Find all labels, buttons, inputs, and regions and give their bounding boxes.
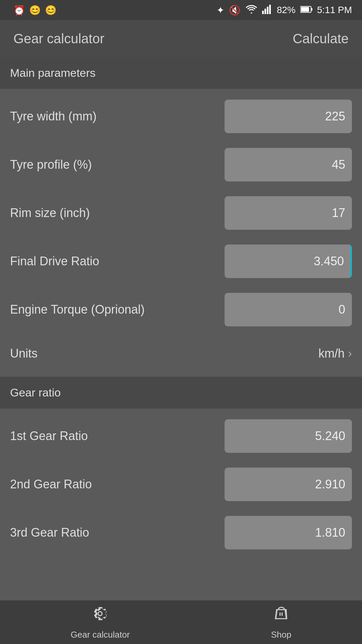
tyre-width-label: Tyre width (mm): [10, 109, 225, 123]
units-selector[interactable]: km/h ›: [318, 346, 352, 361]
time-display: 5:11 PM: [317, 5, 352, 15]
svg-rect-1: [264, 9, 266, 14]
tyre-width-input[interactable]: [225, 100, 352, 133]
tyre-profile-input[interactable]: [225, 148, 352, 181]
rim-size-row: Rim size (inch): [0, 189, 362, 237]
final-drive-row: Final Drive Ratio: [0, 237, 362, 285]
gear-ratio-section-header: Gear ratio: [0, 377, 362, 409]
main-params-section-header: Main parameters: [0, 57, 362, 89]
main-params-label: Main parameters: [10, 66, 96, 79]
gear-calculator-icon: [91, 604, 109, 627]
gear3-row: 3rd Gear Ratio: [0, 508, 362, 557]
nav-item-shop[interactable]: Shop: [271, 604, 292, 640]
status-bar-left: ⏰ 😊 😊: [13, 5, 57, 16]
engine-torque-input[interactable]: [225, 293, 352, 326]
gear2-input[interactable]: [225, 468, 352, 501]
gear2-label: 2nd Gear Ratio: [10, 477, 225, 491]
shop-icon: [272, 604, 290, 627]
app-title: Gear calculator: [13, 31, 104, 46]
nav-item-gear-calculator[interactable]: Gear calculator: [71, 604, 130, 640]
app-bar: Gear calculator Calculate: [0, 20, 362, 57]
gear-ratio-content: 1st Gear Ratio 2nd Gear Ratio 3rd Gear R…: [0, 409, 362, 560]
gear-calculator-nav-label: Gear calculator: [71, 630, 130, 640]
bluetooth-icon: ✦: [217, 5, 224, 16]
svg-rect-6: [311, 8, 312, 11]
bottom-nav: Gear calculator Shop: [0, 600, 362, 644]
units-row: Units km/h ›: [0, 334, 362, 373]
engine-torque-label: Engine Torque (Oprional): [10, 303, 225, 317]
wifi-icon: [245, 4, 257, 16]
final-drive-input[interactable]: [225, 245, 352, 278]
status-bar: ⏰ 😊 😊 ✦ 🔇 82%: [0, 0, 362, 20]
gear1-input[interactable]: [225, 419, 352, 453]
gear2-row: 2nd Gear Ratio: [0, 460, 362, 508]
svg-rect-3: [269, 5, 271, 14]
app-icon-1: 😊: [29, 5, 41, 16]
main-params-content: Tyre width (mm) Tyre profile (%) Rim siz…: [0, 89, 362, 377]
battery-icon: [300, 5, 312, 15]
gear-ratio-label: Gear ratio: [10, 386, 61, 399]
gear3-label: 3rd Gear Ratio: [10, 526, 225, 540]
app-icon-2: 😊: [45, 5, 57, 16]
svg-rect-0: [262, 11, 264, 14]
status-bar-right: ✦ 🔇 82% 5:11 PM: [217, 4, 352, 16]
chevron-right-icon: ›: [348, 346, 352, 361]
units-label: Units: [10, 346, 38, 361]
units-value-text: km/h: [318, 346, 345, 361]
gear1-label: 1st Gear Ratio: [10, 429, 225, 443]
tyre-profile-label: Tyre profile (%): [10, 158, 225, 172]
shop-nav-label: Shop: [271, 630, 292, 640]
rim-size-input[interactable]: [225, 196, 352, 230]
tyre-width-row: Tyre width (mm): [0, 92, 362, 141]
calculate-button[interactable]: Calculate: [293, 31, 349, 46]
alarm-icon: ⏰: [13, 5, 25, 16]
main-scroll-area: Main parameters Tyre width (mm) Tyre pro…: [0, 57, 362, 600]
mute-icon: 🔇: [229, 5, 241, 16]
gear1-row: 1st Gear Ratio: [0, 412, 362, 460]
svg-rect-2: [267, 7, 268, 14]
tyre-profile-row: Tyre profile (%): [0, 141, 362, 189]
final-drive-label: Final Drive Ratio: [10, 254, 225, 268]
gear3-input[interactable]: [225, 516, 352, 549]
battery-percentage: 82%: [277, 5, 296, 15]
svg-rect-5: [301, 7, 309, 12]
engine-torque-row: Engine Torque (Oprional): [0, 285, 362, 334]
rim-size-label: Rim size (inch): [10, 206, 225, 220]
signal-icon: [262, 4, 272, 16]
